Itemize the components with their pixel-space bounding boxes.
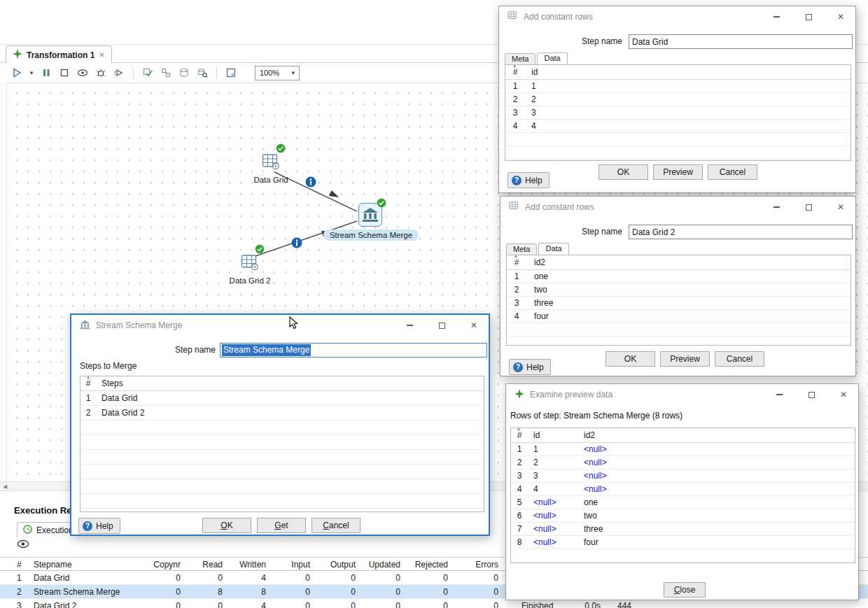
- table-row[interactable]: 22<null>: [511, 456, 855, 469]
- pentaho-transformation-icon: [13, 49, 22, 61]
- table-cell: 4: [511, 483, 528, 496]
- run-options-dropdown-icon[interactable]: [28, 66, 35, 80]
- table-cell: 0: [357, 585, 400, 599]
- dialog-titlebar[interactable]: Examine preview data: [506, 384, 858, 405]
- table-row[interactable]: 33<null>: [511, 469, 855, 483]
- table-row[interactable]: 2Data Grid 2: [80, 406, 484, 420]
- impact-analysis-button[interactable]: [159, 66, 173, 80]
- ok-button[interactable]: OK: [598, 164, 648, 180]
- dialog-titlebar[interactable]: Add constant rows: [499, 6, 855, 27]
- show-execution-results-button[interactable]: [224, 66, 238, 80]
- cancel-button[interactable]: Cancel: [715, 351, 764, 367]
- generate-sql-button[interactable]: [177, 66, 191, 80]
- table-cell: 5: [511, 496, 528, 509]
- close-button[interactable]: [836, 12, 846, 22]
- help-button[interactable]: Help: [78, 518, 120, 534]
- table-row[interactable]: 22: [505, 93, 850, 106]
- maximize-button[interactable]: [804, 202, 813, 212]
- step-name-label: Step name: [160, 343, 216, 358]
- step-label-stream-schema-merge[interactable]: Stream Schema Merge: [323, 229, 419, 241]
- run-button[interactable]: [10, 66, 24, 80]
- table-row[interactable]: 33: [505, 106, 850, 120]
- table-row[interactable]: 44: [505, 120, 850, 133]
- step-name-input[interactable]: [629, 34, 853, 49]
- table-cell: 8: [182, 585, 223, 599]
- help-button[interactable]: Help: [509, 359, 551, 375]
- maximize-button[interactable]: [437, 320, 447, 330]
- show-hide-inactive-button[interactable]: [17, 539, 29, 551]
- constant-rows-table[interactable]: # id2 1one2two3three4four: [506, 255, 851, 346]
- table-cell: 8: [224, 585, 266, 599]
- table-cell: two: [584, 509, 597, 523]
- table-row[interactable]: 7<null>three: [511, 523, 855, 536]
- tab-meta[interactable]: Meta: [505, 53, 536, 65]
- help-button[interactable]: Help: [507, 172, 550, 188]
- step-name-label: Step name: [566, 225, 622, 239]
- step-label-data-grid[interactable]: Data Grid: [253, 176, 288, 184]
- stop-button[interactable]: [57, 66, 71, 80]
- close-button[interactable]: [839, 390, 848, 400]
- table-cell: 0: [402, 599, 448, 608]
- table-header: # id id2: [511, 428, 855, 443]
- dialog-title: Add constant rows: [525, 202, 766, 212]
- table-row[interactable]: 6<null>two: [511, 509, 855, 523]
- ok-button[interactable]: OK: [202, 518, 251, 533]
- table-cell: 0: [402, 585, 448, 599]
- minimize-button[interactable]: [405, 320, 414, 330]
- tab-data[interactable]: Data: [538, 243, 568, 255]
- replay-button[interactable]: [112, 66, 126, 80]
- table-row[interactable]: 44<null>: [511, 483, 855, 496]
- tab-meta[interactable]: Meta: [506, 243, 537, 255]
- table-row[interactable]: 1Data Grid: [80, 391, 484, 406]
- tab-transformation-1[interactable]: Transformation 1: [6, 45, 112, 64]
- table-row[interactable]: 3three: [507, 297, 850, 310]
- preview-button[interactable]: [76, 66, 90, 80]
- table-row[interactable]: 11<null>: [511, 443, 855, 456]
- step-success-badge-icon: [276, 143, 286, 155]
- minimize-button[interactable]: [771, 202, 781, 212]
- table-cell: 2: [17, 585, 28, 599]
- table-row[interactable]: 2two: [507, 283, 850, 297]
- toolbar-separator: [133, 66, 134, 79]
- zoom-select[interactable]: 100%: [255, 66, 300, 80]
- explore-database-button[interactable]: [195, 66, 209, 80]
- scroll-left-arrow-icon[interactable]: [0, 482, 10, 490]
- minimize-button[interactable]: [771, 12, 781, 22]
- preview-button[interactable]: Preview: [653, 164, 703, 180]
- table-row[interactable]: 8<null>four: [511, 536, 855, 549]
- tab-close-icon[interactable]: [99, 51, 104, 59]
- close-button[interactable]: [836, 202, 846, 212]
- tab-data[interactable]: Data: [537, 52, 567, 65]
- table-row[interactable]: 11: [505, 80, 850, 93]
- minimize-button[interactable]: [774, 390, 784, 400]
- step-name-input[interactable]: [629, 225, 853, 239]
- get-button[interactable]: Get: [257, 518, 306, 533]
- cancel-button[interactable]: Cancel: [312, 518, 360, 533]
- col-written: Written: [224, 558, 266, 572]
- step-data-grid-icon[interactable]: [262, 153, 280, 173]
- debug-button[interactable]: [94, 66, 108, 80]
- dialog-titlebar[interactable]: Stream Schema Merge: [71, 315, 489, 336]
- pause-button[interactable]: [39, 66, 53, 80]
- step-name-input[interactable]: Stream Schema Merge: [220, 343, 487, 358]
- ok-button[interactable]: OK: [606, 351, 655, 367]
- step-label-data-grid-2[interactable]: Data Grid 2: [230, 276, 271, 285]
- dialog-titlebar[interactable]: Add constant rows: [500, 197, 855, 218]
- constant-rows-table[interactable]: # id 11223344: [505, 64, 851, 161]
- close-button[interactable]: [469, 320, 479, 330]
- maximize-button[interactable]: [806, 390, 816, 400]
- steps-to-merge-table[interactable]: # Steps 1Data Grid2Data Grid 2: [80, 376, 484, 512]
- maximize-button[interactable]: [804, 12, 813, 22]
- verify-transformation-button[interactable]: [141, 66, 155, 80]
- preview-button[interactable]: Preview: [660, 351, 710, 367]
- cancel-button[interactable]: Cancel: [708, 164, 757, 180]
- table-cell: 0: [267, 599, 310, 608]
- step-data-grid-2-icon[interactable]: [241, 253, 259, 274]
- preview-data-table[interactable]: # id id2 11<null>22<null>33<null>44<null…: [510, 427, 855, 563]
- table-cell: 3: [17, 599, 28, 608]
- table-row[interactable]: 1one: [507, 270, 850, 283]
- dialog-title: Examine preview data: [530, 390, 769, 400]
- table-row[interactable]: 4four: [507, 310, 850, 323]
- table-row[interactable]: 5<null>one: [511, 496, 855, 509]
- close-dialog-button[interactable]: Close: [664, 582, 706, 598]
